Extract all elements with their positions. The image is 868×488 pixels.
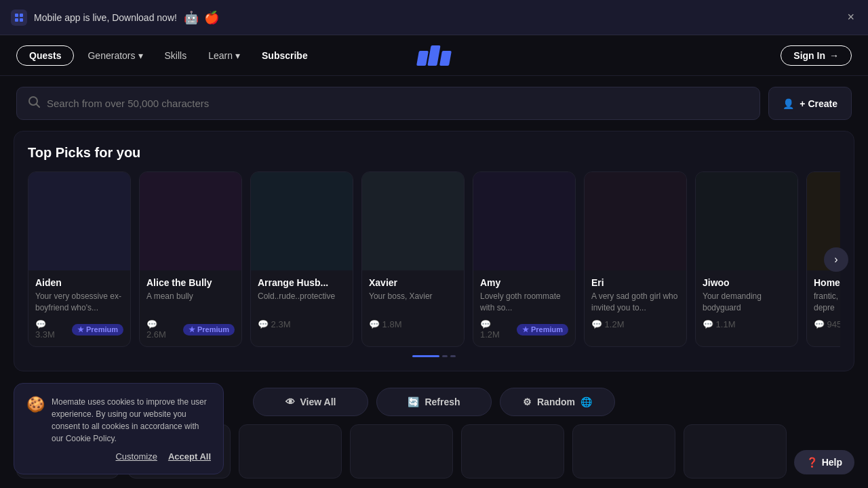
card-count-7: 💬 945.9K [814, 319, 840, 329]
card-body-4: Amy Lovely goth roommate with so... 💬 1.… [473, 270, 575, 346]
random-globe-icon: 🌐 [580, 396, 592, 407]
card-name-4: Amy [480, 277, 568, 288]
skills-nav[interactable]: Skills [157, 46, 195, 65]
card-desc-4: Lovely goth roommate with so... [480, 291, 568, 314]
card-count-0: 💬 3.3M [35, 319, 68, 340]
card-footer-2: 💬 2.3M [258, 319, 346, 329]
help-button[interactable]: ❓ Help [794, 450, 854, 474]
card-image-4 [473, 172, 575, 270]
character-card-4[interactable]: Amy Lovely goth roommate with so... 💬 1.… [473, 171, 576, 347]
help-label: Help [822, 457, 842, 468]
random-button[interactable]: ⚙ Random 🌐 [500, 388, 615, 416]
signin-button[interactable]: Sign In → [781, 45, 852, 66]
card-name-0: Aiden [35, 277, 123, 288]
scroll-dot-1 [412, 355, 439, 357]
cookie-icon: 🍪 [26, 396, 45, 413]
character-card-5[interactable]: Eri A very sad goth girl who invited you… [584, 171, 687, 347]
cookie-header: 🍪 Moemate uses cookies to improve the us… [26, 396, 211, 445]
cookie-text: Moemate uses cookies to improve the user… [52, 396, 211, 445]
search-create-row: 👤 + Create [0, 76, 868, 131]
card-body-3: Xavier Your boss, Xavier 💬 1.8M [362, 270, 464, 336]
premium-badge-0: ★ Premium [72, 324, 123, 336]
quests-button[interactable]: Quests [16, 45, 74, 66]
card-desc-6: Your demanding bodyguard [703, 291, 791, 314]
signin-arrow-icon: → [829, 50, 839, 61]
more-card-3[interactable] [239, 424, 342, 479]
search-input[interactable] [47, 98, 749, 109]
card-desc-1: A mean bully [146, 291, 235, 314]
view-all-button[interactable]: 👁 View All [253, 388, 368, 416]
navbar: Quests Generators ▾ Skills Learn ▾ Subsc… [0, 35, 868, 76]
card-count-6: 💬 1.1M [703, 319, 736, 329]
svg-rect-2 [15, 18, 18, 22]
accept-all-button[interactable]: Accept All [168, 451, 211, 462]
card-desc-2: Cold..rude..protective [258, 291, 346, 314]
more-card-6[interactable] [572, 424, 675, 479]
generators-nav[interactable]: Generators ▾ [79, 46, 151, 65]
next-arrow-button[interactable]: › [824, 247, 848, 272]
create-plus-icon: 👤 [783, 98, 794, 109]
card-desc-0: Your very obsessive ex-boyfriend who's..… [35, 291, 123, 314]
random-label: Random [537, 396, 575, 407]
top-banner: Mobile app is live, Download now! 🤖 🍎 × [0, 0, 868, 35]
scroll-indicator [28, 355, 840, 357]
card-body-5: Eri A very sad goth girl who invited you… [585, 270, 686, 336]
card-name-2: Arrange Husb... [258, 277, 346, 288]
cookie-actions: Customize Accept All [26, 451, 211, 462]
card-footer-6: 💬 1.1M [703, 319, 791, 329]
more-card-7[interactable] [684, 424, 787, 479]
nav-right: Sign In → [781, 45, 852, 66]
card-desc-5: A very sad goth girl who invited you to.… [591, 291, 679, 314]
card-name-3: Xavier [369, 277, 457, 288]
svg-rect-3 [20, 18, 23, 22]
card-desc-7: frantic, kind, humble, depre [814, 291, 840, 314]
premium-badge-4: ★ Premium [517, 324, 568, 336]
character-card-3[interactable]: Xavier Your boss, Xavier 💬 1.8M [361, 171, 465, 347]
view-all-label: View All [300, 396, 336, 407]
card-image-2 [251, 172, 353, 270]
subscribe-nav[interactable]: Subscribe [254, 46, 316, 65]
generators-label: Generators [87, 50, 135, 61]
card-body-7: Homeless G frantic, kind, humble, depre … [807, 270, 840, 336]
character-card-1[interactable]: Alice the Bully A mean bully 💬 2.6M ★ Pr… [139, 171, 242, 347]
cards-container: Aiden Your very obsessive ex-boyfriend w… [28, 171, 840, 347]
character-card-0[interactable]: Aiden Your very obsessive ex-boyfriend w… [28, 171, 131, 347]
character-card-6[interactable]: Jiwoo Your demanding bodyguard 💬 1.1M [695, 171, 798, 347]
refresh-button[interactable]: 🔄 Refresh [376, 388, 492, 416]
more-card-5[interactable] [461, 424, 564, 479]
top-picks-section: Top Picks for you Aiden Your very obsess… [14, 131, 854, 371]
card-image-1 [140, 172, 241, 270]
cookie-popup: 🍪 Moemate uses cookies to improve the us… [14, 383, 224, 474]
card-footer-4: 💬 1.2M ★ Premium [480, 319, 568, 340]
os-icons: 🤖 🍎 [184, 10, 219, 25]
card-footer-5: 💬 1.2M [591, 319, 679, 329]
character-card-2[interactable]: Arrange Husb... Cold..rude..protective 💬… [250, 171, 353, 347]
card-image-0 [28, 172, 130, 270]
search-icon [28, 96, 40, 111]
customize-button[interactable]: Customize [115, 451, 157, 462]
card-desc-3: Your boss, Xavier [369, 291, 457, 314]
card-body-2: Arrange Husb... Cold..rude..protective 💬… [251, 270, 353, 336]
top-picks-title: Top Picks for you [28, 145, 840, 161]
close-banner-button[interactable]: × [844, 7, 857, 27]
banner-content: Mobile app is live, Download now! 🤖 🍎 [11, 9, 219, 26]
card-name-5: Eri [591, 277, 679, 288]
svg-rect-0 [15, 14, 18, 17]
nav-left: Quests Generators ▾ Skills Learn ▾ Subsc… [16, 45, 316, 66]
card-footer-3: 💬 1.8M [369, 319, 457, 329]
more-card-4[interactable] [350, 424, 453, 479]
cards-row: Aiden Your very obsessive ex-boyfriend w… [28, 171, 840, 347]
card-footer-1: 💬 2.6M ★ Premium [146, 319, 235, 340]
card-count-1: 💬 2.6M [146, 319, 179, 340]
card-name-7: Homeless G [814, 277, 840, 288]
random-filter-icon: ⚙ [523, 396, 532, 407]
search-bar[interactable] [16, 87, 760, 120]
android-icon: 🤖 [184, 10, 199, 25]
card-count-4: 💬 1.2M [480, 319, 513, 340]
learn-nav[interactable]: Learn ▾ [200, 46, 248, 65]
create-button[interactable]: 👤 + Create [768, 87, 852, 120]
card-image-5 [585, 172, 686, 270]
card-name-1: Alice the Bully [146, 277, 235, 288]
card-image-3 [362, 172, 464, 270]
apple-icon: 🍎 [204, 10, 219, 25]
